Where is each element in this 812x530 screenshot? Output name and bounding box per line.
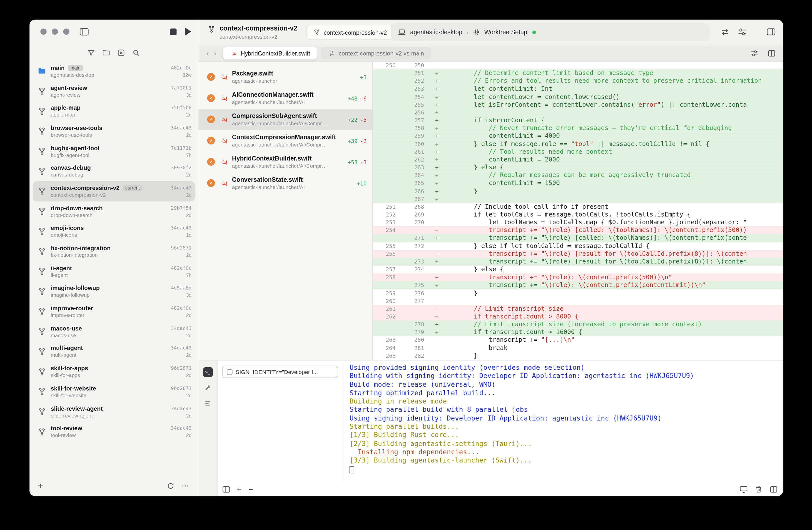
minimize-window-button[interactable] bbox=[52, 29, 58, 35]
search-icon[interactable] bbox=[132, 49, 140, 57]
split-view-icon[interactable] bbox=[768, 49, 776, 57]
old-line-number bbox=[373, 116, 401, 124]
branch-row[interactable]: main main agentastic-desktop 482cf0c 32w bbox=[33, 61, 195, 81]
branch-row[interactable]: improve-router improve-router 482cf0c 2d bbox=[33, 301, 195, 321]
close-window-button[interactable] bbox=[41, 29, 47, 35]
breadcrumb-project[interactable]: agentastic-desktop bbox=[410, 29, 463, 36]
branch-row[interactable]: agent-review agent-review 7a720b1 3d bbox=[33, 81, 195, 101]
new-line-number: 273 bbox=[401, 258, 430, 266]
new-line-number: 254 bbox=[401, 93, 430, 101]
trash-icon[interactable] bbox=[754, 485, 763, 493]
new-line-number: 257 bbox=[401, 116, 430, 124]
branch-subtitle: multi-agent bbox=[51, 353, 83, 358]
stop-button[interactable] bbox=[170, 29, 176, 35]
new-line-number: 266 bbox=[401, 187, 430, 195]
file-row[interactable]: CompressionSubAgent.swift agentastic-lau… bbox=[198, 109, 372, 130]
terminal-session-chip[interactable]: SIGN_IDENTITY="Developer I... bbox=[222, 366, 338, 378]
remove-terminal-button[interactable]: − bbox=[248, 485, 253, 493]
old-line-number: 259 bbox=[373, 289, 401, 297]
diff-sign: + bbox=[430, 187, 444, 195]
clear-icon[interactable] bbox=[117, 49, 125, 57]
zoom-window-button[interactable] bbox=[63, 29, 70, 35]
file-row[interactable]: AIConnectionManager.swift agentastic-lau… bbox=[198, 87, 372, 109]
branch-row[interactable]: bugfix-agent-tool bugfix-agent-tool 7d11… bbox=[33, 141, 195, 161]
branch-row[interactable]: fix-notion-integration fix-notion-integr… bbox=[33, 242, 195, 261]
file-row[interactable]: ContextCompressionManager.swift agentast… bbox=[198, 130, 372, 151]
diff-code: // Regular messages can be more aggressi… bbox=[444, 172, 783, 179]
file-row[interactable]: HybridContextBuilder.swift agentastic-la… bbox=[198, 151, 372, 172]
diff-code: // Include tool call info if present bbox=[444, 203, 783, 211]
old-line-number: 252 bbox=[373, 211, 401, 218]
sidebar: main main agentastic-desktop 482cf0c 32w… bbox=[29, 20, 198, 496]
branch-row[interactable]: apple-map apple-map 756f5b8 2d bbox=[33, 101, 195, 121]
terminal-output[interactable]: Using provided signing identity (overrid… bbox=[343, 363, 783, 482]
right-panel-toggle-icon[interactable] bbox=[767, 28, 776, 36]
sidebar-toggle-icon[interactable] bbox=[79, 28, 89, 36]
tab-file[interactable]: HybridContextBuilder.swift bbox=[222, 47, 318, 60]
branch-badge: current bbox=[123, 185, 143, 191]
back-button[interactable]: ‹ bbox=[203, 49, 212, 57]
branch-name: ii-agent bbox=[51, 265, 72, 271]
sliders-icon[interactable] bbox=[751, 49, 759, 57]
old-line-number bbox=[373, 195, 401, 203]
terminal-bottom-bar: + − bbox=[218, 482, 783, 496]
filter-icon[interactable] bbox=[87, 49, 95, 57]
diff-view[interactable]: 250 250 251 + // Determine content limit… bbox=[373, 62, 783, 360]
branch-row[interactable]: skill-for-website skill-for-website 96d2… bbox=[33, 382, 195, 402]
branch-row[interactable]: slide-review-agent slide-review-agent 34… bbox=[33, 402, 195, 422]
log-icon[interactable] bbox=[203, 398, 213, 408]
branch-name: emoji-icons bbox=[51, 225, 84, 231]
tab-compare[interactable]: context-compression-v2 vs main bbox=[320, 47, 431, 60]
branch-row[interactable]: context-compression-v2 current context-c… bbox=[33, 181, 195, 201]
branch-row[interactable]: macos-use macos-use 34dac43 2d bbox=[33, 321, 195, 342]
terminal-lines: Using provided signing identity (overrid… bbox=[349, 363, 783, 465]
old-line-number: 254 bbox=[373, 227, 401, 234]
forward-button[interactable]: › bbox=[212, 49, 219, 57]
file-row[interactable]: ConversationState.swift agentastic-launc… bbox=[198, 172, 372, 194]
branch-row[interactable]: drop-down-search drop-down-search 29b7f5… bbox=[33, 201, 195, 221]
split-terminal-icon[interactable] bbox=[769, 485, 778, 493]
swift-icon bbox=[219, 179, 228, 187]
build-icon[interactable] bbox=[203, 383, 213, 392]
diff-sign: − bbox=[430, 305, 444, 313]
file-row[interactable]: Package.swift agentastic-launcher +3 bbox=[198, 66, 372, 87]
titlebar-actions bbox=[720, 28, 747, 36]
breadcrumb-page[interactable]: Worktree Setup bbox=[484, 29, 527, 36]
diff-sign: + bbox=[430, 195, 444, 203]
breadcrumb[interactable]: agentastic-desktop › Worktree Setup bbox=[391, 23, 710, 41]
swap-branches-icon[interactable] bbox=[720, 28, 729, 36]
diff-sign: − bbox=[430, 313, 444, 320]
diff-sign bbox=[430, 336, 444, 344]
commit-age: 2d bbox=[171, 353, 191, 358]
branch-row[interactable]: imagine-followup imagine-followup 4d5aa8… bbox=[33, 282, 195, 301]
refresh-icon[interactable] bbox=[167, 482, 174, 489]
folder-icon[interactable] bbox=[102, 49, 110, 57]
diff-row: 256 − transcript += "\(role) [result for… bbox=[373, 250, 783, 258]
swift-icon bbox=[219, 72, 228, 81]
run-button[interactable] bbox=[185, 28, 191, 36]
terminal-icon[interactable]: >_ bbox=[203, 367, 213, 377]
more-options-button[interactable]: ⋯ bbox=[182, 482, 189, 490]
modified-badge-icon bbox=[207, 73, 215, 81]
deletions-count: -2 bbox=[360, 138, 366, 144]
terminal-line: Installing npm dependencies... bbox=[349, 448, 783, 457]
branch-subtitle: macos-use bbox=[51, 332, 82, 338]
branch-row[interactable]: multi-agent multi-agent 34dac43 2d bbox=[33, 342, 195, 361]
terminal-panel: >_ SIGN_IDENTITY="Developer I... Using p… bbox=[198, 360, 783, 496]
branch-row[interactable]: canvas-debug canvas-debug 30970f2 2d bbox=[33, 161, 195, 181]
branch-row[interactable]: ii-agent ii-agent 482cf0c 7h bbox=[33, 261, 195, 282]
branch-icon bbox=[38, 368, 46, 376]
branch-row[interactable]: tool-review tool-review 34dac43 2d bbox=[33, 422, 195, 442]
branch-row[interactable]: browser-use-tools browser-use-tools 34da… bbox=[33, 121, 195, 141]
add-terminal-button[interactable]: + bbox=[237, 485, 241, 493]
file-name: ConversationState.swift bbox=[232, 176, 305, 183]
add-worktree-button[interactable]: + bbox=[38, 481, 43, 490]
branch-row[interactable]: skill-for-apps skill-for-apps 96d2871 2d bbox=[33, 362, 195, 382]
worktree-tab[interactable]: context-compression-v2 bbox=[306, 25, 394, 40]
branch-row[interactable]: emoji-icons emoji-icons 34dac43 1d bbox=[33, 221, 195, 242]
old-line-number bbox=[373, 258, 401, 266]
branch-icon bbox=[38, 387, 46, 396]
panel-toggle-icon[interactable] bbox=[222, 485, 231, 493]
view-options-icon[interactable] bbox=[738, 28, 747, 36]
display-icon[interactable] bbox=[740, 485, 748, 493]
